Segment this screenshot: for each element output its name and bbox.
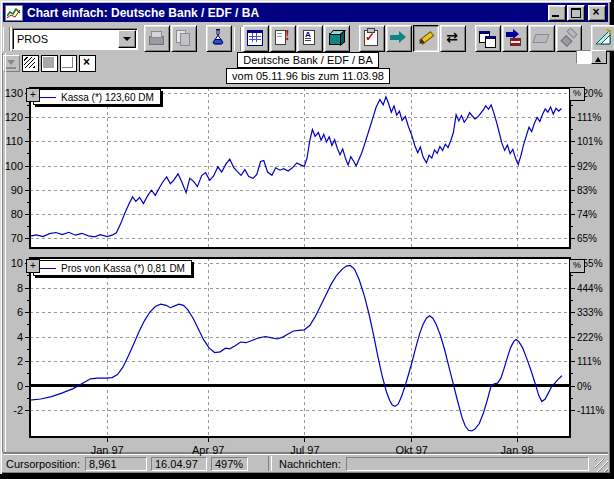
y-axis-label-right: 111% bbox=[577, 112, 601, 123]
y-axis-label-right: 92% bbox=[577, 161, 597, 172]
legend-kassa[interactable]: Kassa (*) 123,60 DM bbox=[33, 89, 161, 105]
y-axis-label-right: 111% bbox=[577, 356, 601, 367]
chevron-down-icon bbox=[123, 37, 131, 45]
y-axis-label-left: 0 bbox=[17, 380, 23, 392]
y-axis-label-right: 65% bbox=[577, 233, 597, 244]
y-axis-label-right: 444% bbox=[577, 283, 603, 294]
forward-button[interactable] bbox=[386, 25, 412, 52]
pencil-icon bbox=[416, 28, 434, 46]
ruler-button[interactable] bbox=[591, 25, 614, 52]
brush-button bbox=[556, 25, 582, 52]
title-bar: Chart einfach: Deutsche Bank / EDF / BA … bbox=[3, 3, 608, 22]
news-button[interactable]: ! bbox=[270, 25, 296, 52]
y-axis-label-left: 120 bbox=[5, 111, 23, 123]
app-window: Chart einfach: Deutsche Bank / EDF / BA … bbox=[0, 0, 611, 474]
y-axis-label-right: 0% bbox=[577, 381, 592, 392]
y-axis-label-right: 83% bbox=[577, 185, 597, 196]
checklist-button[interactable]: ✓ bbox=[359, 25, 385, 52]
gray-swatch-button[interactable] bbox=[41, 55, 58, 72]
y-axis-label-left: -2 bbox=[13, 404, 23, 416]
y-axis-label-right: 74% bbox=[577, 209, 597, 220]
copy-button bbox=[171, 25, 197, 52]
y-axis-label-left: 80 bbox=[11, 208, 23, 220]
white-box-icon bbox=[61, 56, 74, 69]
toolbar-buttons: !A✓⇄ bbox=[144, 25, 614, 52]
line-sample-icon bbox=[40, 97, 56, 98]
maximize-icon bbox=[571, 8, 581, 18]
window-title: Chart einfach: Deutsche Bank / EDF / BA bbox=[27, 6, 547, 20]
chart-date-range: vom 05.11.96 bis zum 11.03.98 bbox=[226, 68, 390, 84]
status-bar: Cursorposition: 8,961 16.04.97 497% Nach… bbox=[3, 454, 608, 472]
messages-label: Nachrichten: bbox=[276, 458, 346, 470]
chart-header: Deutsche Bank / EDF / BA vom 05.11.96 bi… bbox=[225, 52, 391, 84]
y-axis-label-left: 110 bbox=[5, 135, 23, 147]
pane1-percent-button[interactable]: % bbox=[569, 87, 585, 101]
clipboard-check-icon: ✓ bbox=[362, 28, 380, 46]
clear-swatch-button[interactable]: × bbox=[79, 55, 96, 72]
pages-gray-icon bbox=[174, 28, 192, 46]
pane2-expand-button[interactable]: + bbox=[26, 259, 40, 273]
gray-fill-icon bbox=[42, 56, 55, 69]
x-axis-label: Apr 97 bbox=[192, 444, 224, 456]
y-axis-label-left: 90 bbox=[11, 184, 23, 196]
legend-pros[interactable]: Pros von Kassa (*) 0,81 DM bbox=[33, 260, 192, 276]
pane-background bbox=[30, 88, 570, 248]
swap-arrows-icon: ⇄ bbox=[443, 28, 461, 46]
notes-button[interactable]: A bbox=[297, 25, 323, 52]
table-icon bbox=[246, 28, 264, 46]
printer-gray-icon bbox=[147, 28, 165, 46]
brush-gray-icon bbox=[559, 28, 577, 46]
y-axis-label-right: 101% bbox=[577, 136, 603, 147]
toolbar-grip[interactable] bbox=[234, 27, 241, 51]
combobox-dropdown-button[interactable] bbox=[118, 30, 136, 48]
messages-field bbox=[346, 457, 589, 471]
pane1-expand-button[interactable]: + bbox=[26, 88, 40, 102]
y-axis-label-left: 8 bbox=[17, 282, 23, 294]
cube-icon bbox=[327, 28, 345, 46]
toolbar-grip[interactable] bbox=[3, 27, 10, 51]
windows-button[interactable] bbox=[475, 25, 501, 52]
hatch-icon bbox=[23, 56, 36, 69]
y-axis-label-right: -111% bbox=[577, 405, 605, 416]
y-axis-label-left: 70 bbox=[11, 232, 23, 244]
draw-button[interactable] bbox=[413, 25, 439, 52]
triangle-up-icon bbox=[595, 54, 601, 62]
chart-tool-row: × bbox=[3, 55, 98, 72]
hatch-swatch-button[interactable] bbox=[22, 55, 39, 72]
cursor-percent-field: 497% bbox=[211, 457, 248, 471]
set-square-icon bbox=[594, 28, 612, 46]
y-axis-label-left: 4 bbox=[17, 331, 23, 343]
x-box-icon: × bbox=[80, 56, 93, 69]
y-axis-label-left: 130 bbox=[5, 87, 23, 99]
analysis-flask-button[interactable] bbox=[206, 25, 232, 52]
main-toolbar: PROS !A✓⇄ bbox=[2, 24, 609, 53]
legend-pros-label: Pros von Kassa (*) 0,81 DM bbox=[61, 263, 185, 274]
y-axis-label-right: 222% bbox=[577, 332, 603, 343]
status-separator bbox=[268, 456, 272, 471]
close-icon: × bbox=[589, 5, 603, 19]
eraser-button bbox=[529, 25, 555, 52]
minimize-button[interactable] bbox=[548, 5, 566, 21]
symbol-combobox-value: PROS bbox=[13, 33, 117, 45]
corner-box bbox=[576, 50, 591, 64]
scroll-up-button[interactable] bbox=[591, 50, 607, 64]
close-button[interactable]: × bbox=[588, 5, 606, 21]
cursor-date-field: 16.04.97 bbox=[151, 457, 207, 471]
flask-icon bbox=[209, 28, 227, 46]
white-swatch-button[interactable] bbox=[60, 55, 77, 72]
x-axis-label: Jan 97 bbox=[91, 444, 124, 456]
data-table-button[interactable] bbox=[243, 25, 269, 52]
compare-button[interactable]: ⇄ bbox=[440, 25, 466, 52]
page-lines-icon: A bbox=[300, 28, 318, 46]
cube-button[interactable] bbox=[324, 25, 350, 52]
resize-grip[interactable] bbox=[595, 459, 608, 472]
pane2-percent-button[interactable]: % bbox=[569, 259, 585, 273]
print-button bbox=[144, 25, 170, 52]
maximize-button[interactable] bbox=[567, 5, 585, 21]
page-exclaim-icon: ! bbox=[273, 28, 291, 46]
eraser-gray-icon bbox=[532, 28, 550, 46]
symbol-combobox[interactable]: PROS bbox=[12, 28, 138, 50]
y-axis-label-left: 6 bbox=[17, 306, 23, 318]
arrow-right-icon bbox=[389, 28, 407, 46]
send-button[interactable] bbox=[502, 25, 528, 52]
